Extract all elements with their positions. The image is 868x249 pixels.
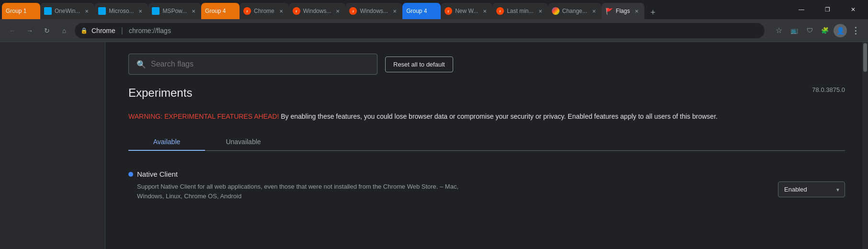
tab-neww-label: New W... — [455, 8, 478, 14]
tab-available[interactable]: Available — [128, 133, 205, 150]
tab-neww[interactable]: r New W... ✕ — [441, 3, 492, 19]
address-bar-row: ← → ↻ ⌂ 🔒 Chrome | chrome://flags ☆ 📺 🛡 … — [0, 19, 868, 42]
tab-lastmin-label: Last min... — [507, 8, 533, 14]
flag-item-native-client: Native Client Support Native Client for … — [128, 162, 845, 205]
tab-neww-close[interactable]: ✕ — [481, 7, 489, 15]
tab-chrome-reddit[interactable]: r Chrome ✕ — [240, 3, 289, 19]
search-icon: 🔍 — [137, 60, 146, 69]
tab-microsoc-label: Microso... — [109, 8, 134, 14]
reddit-favicon-4: r — [445, 7, 452, 15]
tab-change-close[interactable]: ✕ — [590, 7, 598, 15]
search-bar[interactable]: 🔍 — [128, 54, 377, 75]
tab-windows1[interactable]: r Windows... ✕ — [289, 3, 346, 19]
reddit-favicon-5: r — [496, 7, 504, 15]
scrollbar-thumb[interactable] — [863, 43, 867, 72]
tab-windows1-close[interactable]: ✕ — [334, 7, 342, 15]
tab-lastmin-close[interactable]: ✕ — [537, 7, 544, 15]
ms-favicon — [44, 7, 52, 15]
main-content: 🔍 Reset all to default Experiments 78.0.… — [0, 42, 868, 249]
tab-chrome-close[interactable]: ✕ — [277, 7, 285, 15]
reddit-favicon-2: r — [293, 7, 300, 15]
tab-chrome-label: Chrome — [254, 8, 274, 14]
sidebar — [0, 42, 105, 249]
tab-mspow[interactable]: MSPow... ✕ — [148, 3, 201, 19]
tab-windows1-label: Windows... — [303, 8, 331, 14]
tab-group4-blue[interactable]: Group 4 — [402, 3, 441, 19]
content-area: 🔍 Reset all to default Experiments 78.0.… — [105, 42, 868, 249]
tab-group1[interactable]: Group 1 — [2, 3, 40, 19]
flag-select-wrapper[interactable]: Default Enabled Disabled — [778, 181, 845, 197]
back-button[interactable]: ← — [6, 24, 19, 37]
tab-mspow-label: MSPow... — [162, 8, 187, 14]
ms-favicon-2 — [98, 7, 106, 15]
tabs-nav: Available Unavailable — [128, 133, 845, 151]
forward-button[interactable]: → — [23, 24, 36, 37]
reddit-favicon: r — [243, 7, 251, 15]
title-bar: Group 1 OneWin... ✕ Microso... ✕ MSPow..… — [0, 0, 868, 19]
tabs-bar: Group 1 OneWin... ✕ Microso... ✕ MSPow..… — [2, 0, 866, 19]
bookmark-icon[interactable]: ☆ — [772, 24, 786, 37]
puzzle-icon[interactable]: 🧩 — [818, 24, 832, 37]
tab-onewin[interactable]: OneWin... ✕ — [40, 3, 94, 19]
tab-onewin-close[interactable]: ✕ — [83, 7, 91, 15]
tab-windows2[interactable]: r Windows... ✕ — [345, 3, 402, 19]
page-title: Experiments — [128, 86, 192, 100]
tab-microsoc-close[interactable]: ✕ — [137, 7, 144, 15]
toolbar-icons: ☆ 📺 🛡 🧩 👤 ⋮ — [772, 24, 862, 37]
close-button[interactable]: ✕ — [842, 2, 864, 17]
flag-select[interactable]: Default Enabled Disabled — [778, 181, 845, 197]
tab-microsoc[interactable]: Microso... ✕ — [94, 3, 148, 19]
tab-lastmin[interactable]: r Last min... ✕ — [492, 3, 548, 19]
address-separator: | — [121, 26, 123, 35]
reset-button[interactable]: Reset all to default — [385, 57, 453, 72]
tab-flags-label: Flags — [616, 8, 630, 14]
maximize-button[interactable]: ❐ — [816, 2, 838, 17]
tab-unavailable[interactable]: Unavailable — [205, 133, 282, 150]
minimize-button[interactable]: — — [790, 2, 812, 17]
tab-windows2-close[interactable]: ✕ — [391, 7, 399, 15]
scrollbar-track[interactable] — [862, 42, 868, 249]
tab-mspow-close[interactable]: ✕ — [190, 7, 197, 15]
color-favicon — [552, 7, 560, 15]
tab-group1-label: Group 1 — [6, 8, 36, 14]
search-input[interactable] — [151, 60, 369, 68]
tab-flags-close[interactable]: ✕ — [633, 7, 640, 15]
warning-section: WARNING: EXPERIMENTAL FEATURES AHEAD! By… — [128, 111, 845, 122]
reload-button[interactable]: ↻ — [40, 24, 54, 37]
address-url: chrome://flags — [129, 27, 171, 34]
reddit-favicon-3: r — [349, 7, 357, 15]
tab-change[interactable]: Change... ✕ — [548, 3, 602, 19]
menu-icon[interactable]: ⋮ — [849, 24, 862, 37]
flag-dot — [128, 172, 133, 177]
avatar-icon[interactable]: 👤 — [834, 24, 847, 37]
flag-favicon: 🚩 — [605, 7, 613, 15]
tab-windows2-label: Windows... — [360, 8, 388, 14]
cast-icon[interactable]: 📺 — [788, 24, 801, 37]
flag-title: Native Client — [137, 170, 178, 178]
search-row: 🔍 Reset all to default — [128, 54, 845, 75]
new-tab-button[interactable]: + — [646, 6, 660, 19]
ms-favicon-3 — [152, 7, 160, 15]
secure-icon: 🔒 — [80, 27, 88, 34]
tab-change-label: Change... — [562, 8, 587, 14]
home-button[interactable]: ⌂ — [57, 24, 71, 37]
site-name: Chrome — [91, 27, 115, 34]
tab-group4-orange-label: Group 4 — [205, 8, 236, 14]
title-row: Experiments 78.0.3875.0 — [128, 86, 845, 103]
address-bar[interactable]: 🔒 Chrome | chrome://flags — [75, 23, 765, 38]
warning-text-red: WARNING: EXPERIMENTAL FEATURES AHEAD! — [128, 113, 279, 120]
tab-onewin-label: OneWin... — [55, 8, 80, 14]
tab-flags[interactable]: 🚩 Flags ✕ — [602, 3, 644, 19]
warning-text: By enabling these features, you could lo… — [281, 113, 718, 120]
flag-title-row: Native Client — [128, 170, 845, 178]
shield-icon[interactable]: 🛡 — [803, 24, 816, 37]
window-controls: — ❐ ✕ — [790, 0, 864, 19]
tab-group4-blue-label: Group 4 — [406, 8, 437, 14]
version-text: 78.0.3875.0 — [812, 86, 845, 93]
tab-group4-orange[interactable]: Group 4 — [201, 3, 240, 19]
